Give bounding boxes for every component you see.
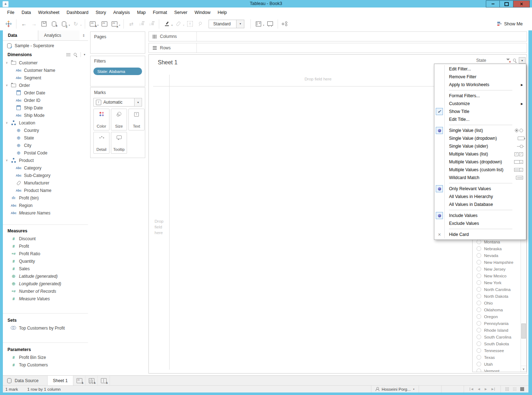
server-user-button[interactable]: Hosseini Porg... ▾: [371, 386, 419, 392]
columns-shelf[interactable]: Columns: [148, 31, 527, 41]
new-dashboard-tab-button[interactable]: [86, 376, 98, 386]
dimension-field-row[interactable]: Order Date: [3, 89, 88, 97]
state-filter-option[interactable]: Texas: [473, 354, 526, 361]
mark-type-dropdown[interactable]: Automatic ▼: [93, 98, 142, 107]
context-menu-item[interactable]: Edit Title...: [434, 115, 526, 123]
state-filter-option[interactable]: Rhode Island: [473, 327, 526, 334]
context-menu-item[interactable]: [434, 89, 526, 92]
dimension-field-row[interactable]: Ship Mode: [3, 112, 88, 119]
mark-type-caret-icon[interactable]: ▼: [134, 98, 142, 106]
menu-item[interactable]: Worksheet: [35, 8, 63, 17]
context-menu-item[interactable]: Hide Card: [434, 231, 526, 238]
previous-sheet-icon[interactable]: ◀: [478, 387, 480, 391]
fit-caret-icon[interactable]: ▼: [236, 20, 244, 28]
expand-caret-icon[interactable]: [6, 159, 10, 162]
highlight-caret[interactable]: ▾: [171, 24, 173, 27]
state-filter-option[interactable]: New Mexico: [473, 272, 526, 279]
first-sheet-icon[interactable]: ◀: [470, 387, 473, 391]
context-menu-item[interactable]: Customize: [434, 100, 526, 108]
radio-icon[interactable]: [477, 273, 481, 278]
new-worksheet-tab-button[interactable]: [73, 376, 86, 386]
state-filter-option[interactable]: Oregon: [473, 313, 526, 320]
state-filter-option[interactable]: Pennsylvania: [473, 320, 526, 327]
dimension-field-row[interactable]: City: [3, 142, 88, 149]
state-filter-option[interactable]: North Dakota: [473, 293, 526, 300]
radio-icon[interactable]: [477, 240, 481, 244]
new-worksheet-caret[interactable]: ▾: [97, 24, 99, 27]
show-me-button[interactable]: Show Me: [497, 17, 523, 30]
context-menu-item[interactable]: Wildcard Match: [434, 174, 526, 182]
context-menu-item[interactable]: Single Value (slider): [434, 142, 526, 150]
find-field-icon[interactable]: [73, 53, 78, 57]
scrollbar-thumb[interactable]: [521, 324, 526, 339]
show-sheet-sorter-icon[interactable]: [505, 387, 509, 391]
radio-icon[interactable]: [477, 260, 481, 265]
measure-field-row[interactable]: Measure Values: [3, 295, 88, 302]
set-row[interactable]: Top Customers by Profit: [3, 324, 88, 332]
measure-field-row[interactable]: Sales: [3, 265, 88, 272]
context-menu-item[interactable]: All Values in Hierarchy: [434, 193, 526, 201]
context-menu-item[interactable]: Format Filters...: [434, 92, 526, 100]
menu-item[interactable]: Story: [92, 8, 109, 17]
swap-rows-columns-icon[interactable]: [127, 19, 136, 29]
show-mark-labels-icon[interactable]: [186, 19, 194, 29]
dimension-field-row[interactable]: Country: [3, 127, 88, 134]
radio-icon[interactable]: [477, 335, 481, 339]
dimension-field-row[interactable]: Ship Date: [3, 104, 88, 112]
new-data-source-icon[interactable]: [50, 19, 58, 29]
context-menu-item[interactable]: [434, 182, 526, 185]
rows-dropzone[interactable]: [197, 43, 527, 53]
tableau-home-button[interactable]: [4, 19, 13, 29]
context-menu-item[interactable]: Include Values: [434, 212, 526, 219]
fix-axes-icon[interactable]: [196, 19, 204, 29]
show-filmstrip-icon[interactable]: [513, 387, 517, 391]
measure-field-row[interactable]: Profit Ratio: [3, 250, 88, 257]
measure-field-row[interactable]: Quantity: [3, 257, 88, 265]
menu-item[interactable]: Help: [214, 8, 230, 17]
state-filter-option[interactable]: New York: [473, 279, 526, 286]
fit-selector[interactable]: Standard ▼: [209, 20, 244, 28]
pause-auto-updates-caret[interactable]: ▾: [69, 24, 70, 27]
radio-icon[interactable]: [477, 328, 481, 332]
state-filter-option[interactable]: Utah: [473, 361, 526, 367]
state-filter-option[interactable]: Nebraska: [473, 245, 526, 252]
dimension-field-row[interactable]: Product Name: [3, 187, 88, 194]
presentation-mode-icon[interactable]: [266, 19, 274, 29]
context-menu-item[interactable]: [434, 227, 526, 231]
context-menu-item[interactable]: Edit Filter...: [434, 65, 526, 73]
context-menu-item[interactable]: All Values in Database: [434, 201, 526, 208]
radio-icon[interactable]: [477, 355, 481, 360]
dimension-field-row[interactable]: Sub-Category: [3, 172, 88, 179]
radio-icon[interactable]: [477, 267, 481, 271]
datasource-row[interactable]: Sample - Superstore: [3, 41, 88, 50]
group-members-caret[interactable]: ▾: [183, 24, 185, 27]
filter-card-menu-caret-icon[interactable]: ▼: [519, 57, 526, 64]
dimensions-menu-caret-icon[interactable]: ▾: [84, 53, 85, 56]
columns-dropzone[interactable]: [197, 32, 527, 41]
redo-icon[interactable]: →: [30, 19, 38, 29]
measure-field-row[interactable]: Profit: [3, 242, 88, 250]
show-hide-cards-icon[interactable]: [254, 19, 263, 29]
context-menu-item[interactable]: Only Relevant Values: [434, 185, 526, 193]
minimize-button[interactable]: [486, 0, 500, 8]
context-menu-item[interactable]: Remove Filter: [434, 73, 526, 81]
measure-field-row[interactable]: Latitude (generated): [3, 272, 88, 280]
context-menu-item[interactable]: Single Value (dropdown): [434, 134, 526, 142]
sort-ascending-icon[interactable]: [137, 19, 146, 29]
dimension-field-row[interactable]: Profit (bin): [3, 194, 88, 202]
dimension-field-row[interactable]: Region: [3, 202, 88, 209]
state-filter-option[interactable]: New Jersey: [473, 266, 526, 272]
context-menu-item[interactable]: Show Title: [434, 108, 526, 115]
measure-field-row[interactable]: Number of Records: [3, 287, 88, 295]
share-icon[interactable]: [281, 19, 290, 29]
close-button[interactable]: [513, 0, 530, 8]
radio-icon[interactable]: [477, 321, 481, 326]
clear-sheet-icon[interactable]: [110, 19, 119, 29]
dimension-field-row[interactable]: State: [3, 134, 88, 142]
dimension-field-row[interactable]: Segment: [3, 74, 88, 82]
menu-item[interactable]: Format: [149, 8, 171, 17]
context-menu-item[interactable]: Multiple Values (custom list): [434, 166, 526, 174]
radio-icon[interactable]: [477, 253, 481, 258]
filter-search-icon[interactable]: [513, 58, 517, 63]
pages-card[interactable]: Pages: [90, 31, 145, 54]
